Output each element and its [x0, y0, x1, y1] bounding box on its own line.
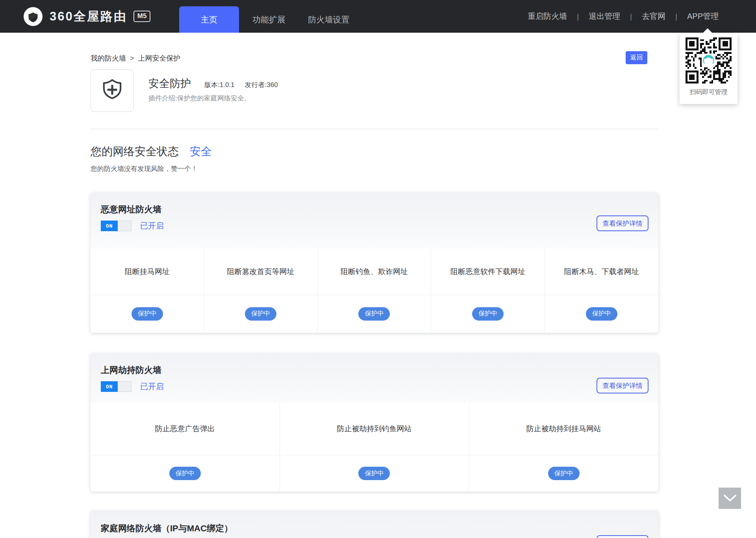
- chevron-down-icon: [723, 494, 737, 502]
- plugin-icon-box: [91, 69, 134, 112]
- back-button[interactable]: 返回: [626, 51, 647, 64]
- brand: 360全屋路由 M5: [24, 0, 150, 33]
- card-malicious-url-firewall: 恶意网址防火墙 ON 已开启 查看保护详情 阻断挂马网址 阻断篡改首页等网址 阻…: [91, 193, 658, 333]
- card-header: 上网劫持防火墙 ON 已开启 查看保护详情: [91, 353, 658, 403]
- brand-model-badge: M5: [133, 11, 151, 22]
- protecting-status-pill[interactable]: 保护中: [245, 307, 276, 321]
- card-hijack-firewall: 上网劫持防火墙 ON 已开启 查看保护详情 防止恶意广告弹出 防止被劫持到钓鱼网…: [91, 353, 658, 492]
- protecting-status-pill[interactable]: 保护中: [586, 307, 617, 321]
- protecting-status-pill[interactable]: 保护中: [548, 467, 580, 480]
- protection-item-label: 防止恶意广告弹出: [91, 403, 280, 455]
- protection-item-cell: 保护中: [469, 455, 658, 492]
- security-status-value: 安全: [190, 144, 212, 159]
- toggle-row: ON 已开启: [101, 381, 658, 392]
- protection-grid: 阻断挂马网址 阻断篡改首页等网址 阻断钓鱼、欺诈网址 阻断恶意软件下载网址 阻断…: [91, 249, 658, 332]
- plugin-title-row: 安全防护 版本:1.0.1 发行者:360: [148, 76, 278, 91]
- card-home-network-firewall: 家庭网络防火墙（IP与MAC绑定）: [91, 511, 658, 538]
- toggle-state-label: 已开启: [140, 381, 164, 392]
- protection-item-cell: 保护中: [91, 455, 280, 492]
- toggle-row: ON 已开启: [101, 221, 658, 231]
- breadcrumb-separator: >: [130, 54, 134, 62]
- toggle-on-label: ON: [101, 221, 118, 231]
- protection-item-label: 阻断挂马网址: [91, 249, 204, 295]
- protection-item-label: 阻断篡改首页等网址: [204, 249, 317, 295]
- nav-links: 重启防火墙 | 退出管理 | 去官网 | APP管理: [518, 0, 728, 33]
- breadcrumb-root[interactable]: 我的防火墙: [91, 54, 126, 62]
- view-protection-details-button[interactable]: 查看保护详情: [597, 215, 649, 231]
- view-protection-details-button[interactable]: 查看保护详情: [597, 378, 649, 393]
- card-title: 恶意网址防火墙: [91, 193, 658, 215]
- protection-item-label: 阻断木马、下载者网址: [545, 249, 658, 295]
- card-title: 上网劫持防火墙: [91, 353, 658, 376]
- tab-extensions[interactable]: 功能扩展: [239, 6, 299, 33]
- protecting-status-pill[interactable]: 保护中: [472, 307, 504, 321]
- security-status-subtitle: 您的防火墙没有发现风险，赞一个！: [91, 164, 198, 173]
- main-tabs: 主页 功能扩展 防火墙设置: [179, 6, 359, 33]
- toggle-track: [118, 221, 132, 231]
- logout-link[interactable]: 退出管理: [579, 11, 630, 22]
- protecting-status-pill[interactable]: 保护中: [358, 307, 390, 321]
- scroll-down-button[interactable]: [719, 488, 741, 509]
- breadcrumb-current: 上网安全保护: [138, 54, 181, 62]
- plugin-version: 版本:1.0.1: [204, 80, 235, 89]
- plugin-description: 插件介绍:保护您的家庭网络安全。: [148, 94, 251, 103]
- security-status-row: 您的网络安全状态 安全: [91, 144, 212, 159]
- protection-item-label: 防止被劫持到钓鱼网站: [280, 403, 469, 455]
- protection-item-label: 防止被劫持到挂马网站: [469, 403, 658, 455]
- tab-firewall-settings[interactable]: 防火墙设置: [299, 6, 359, 33]
- protection-item-cell: 保护中: [204, 295, 317, 332]
- protecting-status-pill[interactable]: 保护中: [132, 307, 163, 321]
- brand-name: 360全屋路由: [50, 8, 127, 25]
- card-title: 家庭网络防火墙（IP与MAC绑定）: [91, 511, 658, 534]
- app-qr-popover: 扫码即可管理: [680, 33, 737, 104]
- protecting-status-pill[interactable]: 保护中: [358, 467, 390, 480]
- protection-item-cell: 保护中: [91, 295, 204, 332]
- breadcrumb: 我的防火墙>上网安全保护: [91, 54, 181, 63]
- shield-logo-icon: [24, 7, 43, 26]
- toggle-track: [118, 381, 132, 392]
- card-header: 恶意网址防火墙 ON 已开启 查看保护详情: [91, 193, 658, 249]
- qr-caption: 扫码即可管理: [680, 88, 737, 96]
- protection-item-cell: 保护中: [545, 295, 658, 332]
- protection-item-label: 阻断恶意软件下载网址: [431, 249, 545, 295]
- tab-home[interactable]: 主页: [179, 6, 239, 33]
- protection-item-cell: 保护中: [431, 295, 545, 332]
- section-divider: [91, 129, 658, 129]
- official-site-link[interactable]: 去官网: [632, 11, 675, 22]
- app-manage-link[interactable]: APP管理: [677, 11, 728, 22]
- security-status-title: 您的网络安全状态: [91, 144, 179, 159]
- plugin-publisher: 发行者:360: [245, 80, 278, 89]
- shield-plus-icon: [99, 78, 125, 104]
- partial-button[interactable]: [597, 535, 649, 538]
- qr-code: [686, 37, 732, 83]
- protection-item-label: 阻断钓鱼、欺诈网址: [318, 249, 431, 295]
- protection-item-cell: 保护中: [318, 295, 431, 332]
- protection-item-cell: 保护中: [280, 455, 469, 492]
- top-navbar: 360全屋路由 M5 主页 功能扩展 防火墙设置 重启防火墙 | 退出管理 | …: [0, 0, 756, 33]
- restart-firewall-link[interactable]: 重启防火墙: [518, 11, 577, 22]
- card-header: 家庭网络防火墙（IP与MAC绑定）: [91, 511, 658, 538]
- protecting-status-pill[interactable]: 保护中: [169, 467, 201, 480]
- firewall-toggle[interactable]: ON: [101, 221, 132, 231]
- toggle-on-label: ON: [101, 381, 118, 392]
- protection-grid: 防止恶意广告弹出 防止被劫持到钓鱼网站 防止被劫持到挂马网站 保护中 保护中 保…: [91, 403, 658, 492]
- plugin-title: 安全防护: [148, 76, 191, 91]
- firewall-toggle[interactable]: ON: [101, 381, 132, 392]
- toggle-state-label: 已开启: [140, 221, 164, 231]
